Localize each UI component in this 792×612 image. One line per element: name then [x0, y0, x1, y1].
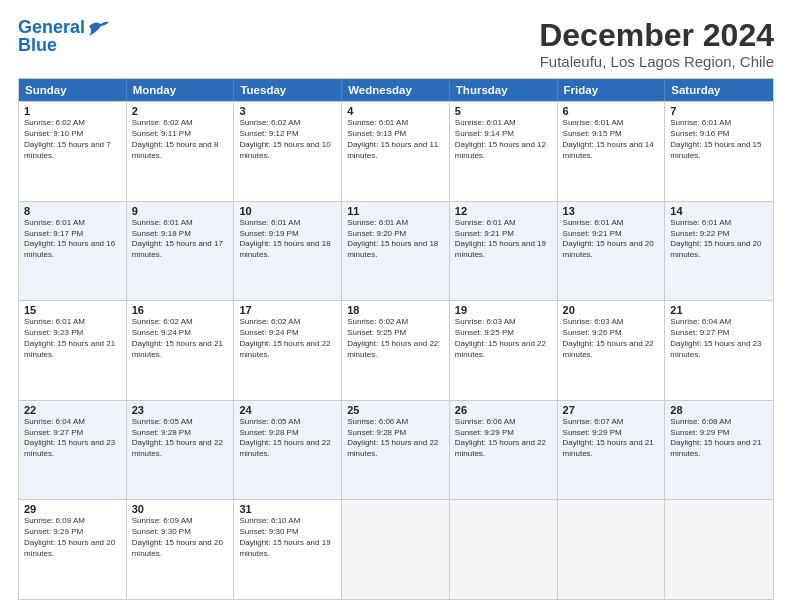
cell-info: Sunrise: 6:02 AMSunset: 9:11 PMDaylight:… — [132, 118, 229, 161]
cell-info: Sunrise: 6:02 AMSunset: 9:12 PMDaylight:… — [239, 118, 336, 161]
day-number: 13 — [563, 205, 660, 217]
calendar-cell-day-29: 29Sunrise: 6:09 AMSunset: 9:29 PMDayligh… — [19, 500, 127, 599]
cell-info: Sunrise: 6:06 AMSunset: 9:29 PMDaylight:… — [455, 417, 552, 460]
day-number: 23 — [132, 404, 229, 416]
calendar-cell-empty — [450, 500, 558, 599]
cell-info: Sunrise: 6:04 AMSunset: 9:27 PMDaylight:… — [24, 417, 121, 460]
calendar-cell-day-4: 4Sunrise: 6:01 AMSunset: 9:13 PMDaylight… — [342, 102, 450, 201]
calendar-cell-day-27: 27Sunrise: 6:07 AMSunset: 9:29 PMDayligh… — [558, 401, 666, 500]
day-number: 10 — [239, 205, 336, 217]
logo-blue: Blue — [18, 35, 57, 55]
cell-info: Sunrise: 6:01 AMSunset: 9:17 PMDaylight:… — [24, 218, 121, 261]
calendar-cell-day-16: 16Sunrise: 6:02 AMSunset: 9:24 PMDayligh… — [127, 301, 235, 400]
calendar-cell-day-7: 7Sunrise: 6:01 AMSunset: 9:16 PMDaylight… — [665, 102, 773, 201]
cell-info: Sunrise: 6:01 AMSunset: 9:13 PMDaylight:… — [347, 118, 444, 161]
logo: General Blue — [18, 18, 109, 54]
location-title: Futaleufu, Los Lagos Region, Chile — [539, 53, 774, 70]
calendar-cell-day-20: 20Sunrise: 6:03 AMSunset: 9:26 PMDayligh… — [558, 301, 666, 400]
day-number: 28 — [670, 404, 768, 416]
day-number: 9 — [132, 205, 229, 217]
cell-info: Sunrise: 6:10 AMSunset: 9:30 PMDaylight:… — [239, 516, 336, 559]
calendar-body: 1Sunrise: 6:02 AMSunset: 9:10 PMDaylight… — [19, 101, 773, 599]
day-number: 18 — [347, 304, 444, 316]
day-number: 15 — [24, 304, 121, 316]
cell-info: Sunrise: 6:05 AMSunset: 9:28 PMDaylight:… — [132, 417, 229, 460]
calendar-cell-day-25: 25Sunrise: 6:06 AMSunset: 9:28 PMDayligh… — [342, 401, 450, 500]
cell-info: Sunrise: 6:01 AMSunset: 9:23 PMDaylight:… — [24, 317, 121, 360]
cell-info: Sunrise: 6:09 AMSunset: 9:30 PMDaylight:… — [132, 516, 229, 559]
cell-info: Sunrise: 6:05 AMSunset: 9:28 PMDaylight:… — [239, 417, 336, 460]
cell-info: Sunrise: 6:07 AMSunset: 9:29 PMDaylight:… — [563, 417, 660, 460]
cell-info: Sunrise: 6:01 AMSunset: 9:20 PMDaylight:… — [347, 218, 444, 261]
calendar-cell-day-18: 18Sunrise: 6:02 AMSunset: 9:25 PMDayligh… — [342, 301, 450, 400]
calendar-cell-empty — [665, 500, 773, 599]
day-number: 29 — [24, 503, 121, 515]
header-day-friday: Friday — [558, 79, 666, 101]
header-day-sunday: Sunday — [19, 79, 127, 101]
day-number: 26 — [455, 404, 552, 416]
calendar-cell-day-23: 23Sunrise: 6:05 AMSunset: 9:28 PMDayligh… — [127, 401, 235, 500]
calendar-cell-empty — [342, 500, 450, 599]
day-number: 30 — [132, 503, 229, 515]
cell-info: Sunrise: 6:08 AMSunset: 9:29 PMDaylight:… — [670, 417, 768, 460]
calendar-row-1: 1Sunrise: 6:02 AMSunset: 9:10 PMDaylight… — [19, 101, 773, 201]
calendar-cell-day-5: 5Sunrise: 6:01 AMSunset: 9:14 PMDaylight… — [450, 102, 558, 201]
calendar-row-3: 15Sunrise: 6:01 AMSunset: 9:23 PMDayligh… — [19, 300, 773, 400]
cell-info: Sunrise: 6:01 AMSunset: 9:18 PMDaylight:… — [132, 218, 229, 261]
calendar-cell-day-28: 28Sunrise: 6:08 AMSunset: 9:29 PMDayligh… — [665, 401, 773, 500]
cell-info: Sunrise: 6:01 AMSunset: 9:14 PMDaylight:… — [455, 118, 552, 161]
cell-info: Sunrise: 6:09 AMSunset: 9:29 PMDaylight:… — [24, 516, 121, 559]
day-number: 8 — [24, 205, 121, 217]
calendar-cell-day-14: 14Sunrise: 6:01 AMSunset: 9:22 PMDayligh… — [665, 202, 773, 301]
calendar-cell-day-26: 26Sunrise: 6:06 AMSunset: 9:29 PMDayligh… — [450, 401, 558, 500]
calendar-cell-day-9: 9Sunrise: 6:01 AMSunset: 9:18 PMDaylight… — [127, 202, 235, 301]
cell-info: Sunrise: 6:02 AMSunset: 9:10 PMDaylight:… — [24, 118, 121, 161]
cell-info: Sunrise: 6:04 AMSunset: 9:27 PMDaylight:… — [670, 317, 768, 360]
calendar-row-5: 29Sunrise: 6:09 AMSunset: 9:29 PMDayligh… — [19, 499, 773, 599]
day-number: 22 — [24, 404, 121, 416]
day-number: 7 — [670, 105, 768, 117]
day-number: 5 — [455, 105, 552, 117]
calendar-cell-day-31: 31Sunrise: 6:10 AMSunset: 9:30 PMDayligh… — [234, 500, 342, 599]
day-number: 16 — [132, 304, 229, 316]
cell-info: Sunrise: 6:03 AMSunset: 9:25 PMDaylight:… — [455, 317, 552, 360]
cell-info: Sunrise: 6:01 AMSunset: 9:15 PMDaylight:… — [563, 118, 660, 161]
cell-info: Sunrise: 6:02 AMSunset: 9:25 PMDaylight:… — [347, 317, 444, 360]
calendar-cell-day-30: 30Sunrise: 6:09 AMSunset: 9:30 PMDayligh… — [127, 500, 235, 599]
cell-info: Sunrise: 6:02 AMSunset: 9:24 PMDaylight:… — [239, 317, 336, 360]
header-day-tuesday: Tuesday — [234, 79, 342, 101]
calendar-cell-day-12: 12Sunrise: 6:01 AMSunset: 9:21 PMDayligh… — [450, 202, 558, 301]
calendar-cell-day-17: 17Sunrise: 6:02 AMSunset: 9:24 PMDayligh… — [234, 301, 342, 400]
calendar-cell-day-13: 13Sunrise: 6:01 AMSunset: 9:21 PMDayligh… — [558, 202, 666, 301]
calendar-cell-day-6: 6Sunrise: 6:01 AMSunset: 9:15 PMDaylight… — [558, 102, 666, 201]
calendar-cell-day-2: 2Sunrise: 6:02 AMSunset: 9:11 PMDaylight… — [127, 102, 235, 201]
logo-text: General Blue — [18, 18, 85, 54]
cell-info: Sunrise: 6:01 AMSunset: 9:16 PMDaylight:… — [670, 118, 768, 161]
day-number: 6 — [563, 105, 660, 117]
day-number: 3 — [239, 105, 336, 117]
logo-bird-icon — [87, 18, 109, 36]
calendar-header: SundayMondayTuesdayWednesdayThursdayFrid… — [19, 79, 773, 101]
day-number: 12 — [455, 205, 552, 217]
calendar-cell-day-11: 11Sunrise: 6:01 AMSunset: 9:20 PMDayligh… — [342, 202, 450, 301]
calendar-cell-day-1: 1Sunrise: 6:02 AMSunset: 9:10 PMDaylight… — [19, 102, 127, 201]
calendar: SundayMondayTuesdayWednesdayThursdayFrid… — [18, 78, 774, 600]
day-number: 19 — [455, 304, 552, 316]
cell-info: Sunrise: 6:06 AMSunset: 9:28 PMDaylight:… — [347, 417, 444, 460]
day-number: 20 — [563, 304, 660, 316]
day-number: 24 — [239, 404, 336, 416]
day-number: 17 — [239, 304, 336, 316]
calendar-cell-day-21: 21Sunrise: 6:04 AMSunset: 9:27 PMDayligh… — [665, 301, 773, 400]
header-day-thursday: Thursday — [450, 79, 558, 101]
cell-info: Sunrise: 6:01 AMSunset: 9:22 PMDaylight:… — [670, 218, 768, 261]
day-number: 2 — [132, 105, 229, 117]
calendar-cell-day-8: 8Sunrise: 6:01 AMSunset: 9:17 PMDaylight… — [19, 202, 127, 301]
day-number: 4 — [347, 105, 444, 117]
calendar-cell-day-3: 3Sunrise: 6:02 AMSunset: 9:12 PMDaylight… — [234, 102, 342, 201]
calendar-cell-day-19: 19Sunrise: 6:03 AMSunset: 9:25 PMDayligh… — [450, 301, 558, 400]
day-number: 11 — [347, 205, 444, 217]
calendar-cell-day-15: 15Sunrise: 6:01 AMSunset: 9:23 PMDayligh… — [19, 301, 127, 400]
cell-info: Sunrise: 6:03 AMSunset: 9:26 PMDaylight:… — [563, 317, 660, 360]
calendar-cell-day-24: 24Sunrise: 6:05 AMSunset: 9:28 PMDayligh… — [234, 401, 342, 500]
header-day-wednesday: Wednesday — [342, 79, 450, 101]
